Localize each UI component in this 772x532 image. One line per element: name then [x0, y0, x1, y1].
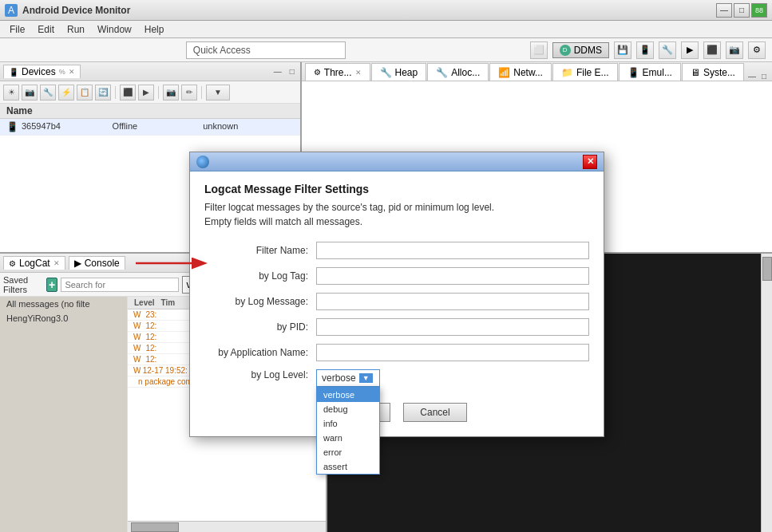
dd-verbose[interactable]: verbose	[317, 388, 379, 402]
toolbar-icon-3[interactable]: 📱	[636, 41, 654, 59]
log-level-value: verbose	[322, 372, 356, 384]
toolbar-icon-7[interactable]: 📷	[726, 41, 743, 59]
tab-heap[interactable]: 🔧 Heap	[371, 63, 427, 81]
menu-file[interactable]: File	[3, 22, 31, 37]
dialog-description: Filter logcat messages by the source's t…	[204, 200, 589, 229]
devices-maximize[interactable]: □	[287, 67, 297, 76]
tab-system[interactable]: 🖥 Syste...	[682, 63, 744, 81]
dev-btn-3[interactable]: 🔧	[40, 85, 56, 100]
tab-file-explorer[interactable]: 📁 File E...	[552, 63, 618, 81]
window-controls: — □ 88	[716, 3, 767, 18]
right-maximize[interactable]: □	[759, 72, 769, 81]
dev-btn-8[interactable]: ▶	[138, 85, 154, 100]
filter-heng[interactable]: HengYiRong3.0	[0, 311, 127, 325]
menu-edit[interactable]: Edit	[31, 22, 61, 37]
log-level: W	[131, 355, 143, 364]
toolbar-icon-1[interactable]: ⬜	[530, 41, 548, 59]
toolbar-icon-5[interactable]: ▶	[681, 41, 699, 59]
dd-info[interactable]: info	[317, 416, 379, 431]
filter-name-label: Filter Name:	[204, 245, 316, 256]
hscroll-thumb[interactable]	[131, 522, 179, 532]
col-level: Level	[131, 298, 158, 307]
app-name-input[interactable]	[316, 344, 589, 361]
dd-debug[interactable]: debug	[317, 402, 379, 416]
dd-warn[interactable]: warn	[317, 431, 379, 445]
sep-2	[158, 86, 159, 99]
vscrollbar[interactable]	[761, 254, 772, 532]
app-name-row: by Application Name:	[204, 344, 589, 361]
console-icon: ▶	[74, 258, 81, 269]
log-message-input[interactable]	[316, 293, 589, 310]
menu-help[interactable]: Help	[138, 22, 171, 37]
dev-btn-10[interactable]: ✏	[181, 85, 197, 100]
menu-bar: File Edit Run Window Help	[0, 21, 772, 38]
dialog-close-button[interactable]: ✕	[583, 155, 597, 169]
col-time: Tim	[158, 298, 179, 307]
logcat-tab[interactable]: ⚙ LogCat ✕	[3, 256, 65, 270]
log-level-arrow-icon: ▼	[359, 373, 373, 383]
pid-row: by PID:	[204, 318, 589, 336]
device-status: Offline	[113, 121, 204, 132]
app-name-label: by Application Name:	[204, 347, 316, 358]
toolbar-icon-4[interactable]: 🔧	[659, 41, 676, 59]
dev-btn-2[interactable]: 📷	[22, 85, 38, 100]
log-level-row: by Log Level: verbose ▼ verbose debug in…	[204, 369, 589, 387]
dd-error[interactable]: error	[317, 445, 379, 459]
vscroll-thumb[interactable]	[762, 257, 772, 281]
filter-all[interactable]: All messages (no filte	[0, 297, 127, 311]
log-level: W	[131, 366, 141, 375]
search-input[interactable]	[61, 278, 179, 292]
dialog-header: Logcat Message Filter Settings	[204, 183, 589, 195]
cancel-button[interactable]: Cancel	[403, 403, 467, 422]
devices-icon: 📱	[9, 68, 18, 77]
filter-settings-dialog: ✕ Logcat Message Filter Settings Filter …	[189, 152, 604, 437]
right-minimize[interactable]: —	[746, 72, 758, 81]
devices-tab[interactable]: 📱 Devices % ✕	[3, 65, 81, 78]
console-tab[interactable]: ▶ Console	[69, 256, 125, 270]
dd-assert[interactable]: assert	[317, 459, 379, 474]
right-tabs: ⚙ Thre... ✕ 🔧 Heap 🔧 Alloc... 📶 Netw...	[302, 62, 772, 81]
filter-name-input[interactable]	[316, 242, 589, 259]
log-time: 12-17 19:52:29.343	[141, 366, 187, 375]
toolbar-icon-8[interactable]: ⚙	[748, 41, 766, 59]
toolbar-icon-2[interactable]: 💾	[614, 41, 631, 59]
log-tag-input[interactable]	[316, 267, 589, 285]
dev-btn-11[interactable]: ▼	[206, 85, 230, 100]
log-time: 12:	[143, 355, 159, 364]
dev-btn-6[interactable]: 🔄	[95, 85, 111, 100]
ddms-button[interactable]: D DDMS	[552, 42, 609, 58]
dev-btn-5[interactable]: 📋	[77, 85, 93, 100]
hscrollbar[interactable]	[128, 521, 326, 532]
log-level-label: by Log Level:	[204, 369, 316, 380]
log-level-select[interactable]: verbose ▼	[316, 369, 380, 387]
dev-btn-4[interactable]: ⚡	[58, 85, 74, 100]
log-level: W	[131, 310, 143, 319]
minimize-button[interactable]: —	[716, 3, 732, 18]
sep-1	[115, 86, 116, 99]
tab-alloc[interactable]: 🔧 Alloc...	[427, 63, 489, 81]
devices-tab-close[interactable]: ✕	[69, 68, 75, 76]
dev-btn-9[interactable]: 📷	[163, 85, 179, 100]
tab-threads[interactable]: ⚙ Thre... ✕	[305, 63, 370, 81]
app-icon: A	[5, 4, 18, 17]
tab-threads-close[interactable]: ✕	[355, 69, 362, 77]
logcat-tab-close[interactable]: ✕	[53, 259, 60, 267]
quick-access-box[interactable]: Quick Access	[186, 41, 346, 59]
devices-minimize[interactable]: —	[271, 67, 284, 76]
devices-tab-label: Devices	[22, 66, 56, 77]
quick-access-text: Quick Access	[193, 45, 338, 56]
log-tag-row: by Log Tag:	[204, 267, 589, 285]
pid-input[interactable]	[316, 318, 589, 336]
toolbar-icon-6[interactable]: ⬛	[703, 41, 721, 59]
device-row[interactable]: 📱 365947b4 Offline unknown	[0, 119, 300, 136]
tab-network[interactable]: 📶 Netw...	[489, 63, 552, 81]
dev-btn-7[interactable]: ⬛	[120, 85, 136, 100]
maximize-button[interactable]: □	[734, 3, 750, 18]
log-message-row: by Log Message:	[204, 293, 589, 310]
add-filter-button[interactable]: +	[46, 278, 57, 292]
menu-window[interactable]: Window	[91, 22, 138, 37]
tab-emulator[interactable]: 📱 Emul...	[619, 63, 681, 81]
dialog-body: Logcat Message Filter Settings Filter lo…	[190, 171, 604, 436]
menu-run[interactable]: Run	[61, 22, 91, 37]
dev-btn-1[interactable]: ☀	[3, 85, 19, 100]
